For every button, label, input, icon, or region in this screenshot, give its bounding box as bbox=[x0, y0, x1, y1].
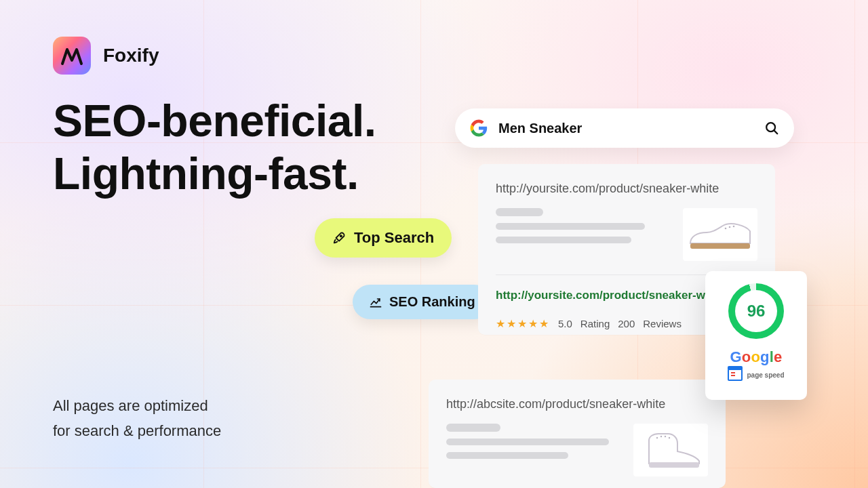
skeleton-line bbox=[496, 237, 631, 243]
pagespeed-score-ring-icon: 96 bbox=[728, 283, 784, 339]
skeleton-line bbox=[496, 223, 645, 230]
rocket-icon bbox=[332, 230, 347, 245]
headline: SEO-beneficial. Lightning-fast. bbox=[53, 95, 376, 201]
result-preview bbox=[446, 424, 708, 476]
svg-point-7 bbox=[656, 437, 658, 439]
rating-value: 5.0 bbox=[558, 318, 572, 329]
svg-point-3 bbox=[725, 228, 727, 230]
seo-ranking-badge: SEO Ranking bbox=[353, 285, 492, 319]
search-result-secondary: http://abcsite.com/product/sneaker-white bbox=[429, 380, 726, 488]
search-query: Men Sneaker bbox=[498, 121, 753, 136]
svg-point-10 bbox=[669, 437, 670, 439]
subheadline: All pages are optimized for search & per… bbox=[53, 393, 221, 444]
svg-point-9 bbox=[665, 436, 666, 437]
skeleton-line bbox=[446, 424, 500, 432]
reviews-label: Reviews bbox=[643, 318, 682, 329]
google-logo-icon bbox=[470, 119, 488, 137]
result-preview bbox=[496, 208, 757, 261]
hero-stage: Foxify SEO-beneficial. Lightning-fast. A… bbox=[0, 0, 868, 488]
svg-point-0 bbox=[340, 235, 342, 237]
brand: Foxify bbox=[53, 37, 159, 75]
svg-point-8 bbox=[660, 436, 662, 437]
top-search-badge-label: Top Search bbox=[354, 229, 434, 247]
product-thumb-sneaker-icon bbox=[683, 208, 757, 261]
reviews-count: 200 bbox=[618, 318, 635, 329]
pagespeed-icon bbox=[728, 369, 743, 381]
seo-ranking-badge-label: SEO Ranking bbox=[389, 294, 475, 310]
product-thumb-sneaker-icon bbox=[633, 424, 708, 476]
svg-point-4 bbox=[729, 226, 731, 228]
svg-rect-6 bbox=[649, 462, 699, 468]
rating-label: Rating bbox=[580, 318, 610, 329]
headline-line-1: SEO-beneficial. bbox=[53, 95, 376, 148]
pagespeed-score: 96 bbox=[747, 302, 766, 321]
svg-rect-2 bbox=[690, 243, 750, 249]
skeleton-line bbox=[446, 439, 609, 445]
pagespeed-label: page speed bbox=[728, 369, 784, 381]
result-url: http://abcsite.com/product/sneaker-white bbox=[446, 397, 708, 411]
headline-line-2: Lightning-fast. bbox=[53, 148, 376, 201]
subheadline-line-1: All pages are optimized bbox=[53, 393, 221, 418]
skeleton-line bbox=[446, 452, 568, 459]
brand-name: Foxify bbox=[103, 45, 159, 66]
stars-icon: ★★★★★ bbox=[496, 317, 550, 330]
search-icon[interactable] bbox=[764, 121, 779, 136]
result-url: http://yoursite.com/product/sneaker-whit… bbox=[496, 182, 757, 196]
pagespeed-widget: 96 Google page speed bbox=[705, 271, 807, 400]
brand-logo-icon bbox=[53, 37, 91, 75]
top-search-badge: Top Search bbox=[315, 218, 452, 258]
subheadline-line-2: for search & performance bbox=[53, 418, 221, 443]
search-bar[interactable]: Men Sneaker bbox=[455, 108, 794, 148]
chart-up-icon bbox=[369, 296, 382, 309]
skeleton-line bbox=[496, 208, 543, 216]
google-wordmark-icon: Google bbox=[730, 348, 783, 366]
svg-point-5 bbox=[733, 226, 735, 228]
pagespeed-label-text: page speed bbox=[747, 371, 784, 379]
